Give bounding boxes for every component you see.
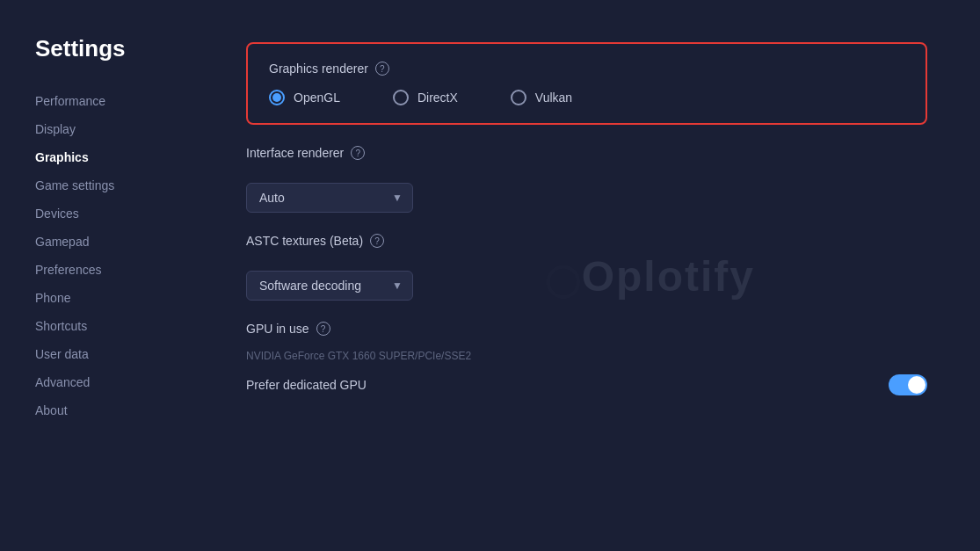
sidebar-item-performance[interactable]: Performance xyxy=(35,87,193,115)
sidebar-item-about[interactable]: About xyxy=(35,396,193,424)
prefer-gpu-row: Prefer dedicated GPU xyxy=(246,374,927,395)
sidebar-item-game-settings[interactable]: Game settings xyxy=(35,171,193,199)
radio-directx-circle xyxy=(393,90,409,105)
sidebar-item-display[interactable]: Display xyxy=(35,115,193,143)
sidebar-item-graphics[interactable]: Graphics xyxy=(35,143,193,171)
astc-textures-section: ASTC textures (Beta) ? Software decoding… xyxy=(246,234,927,301)
settings-title: Settings xyxy=(35,35,193,62)
renderer-radio-group: OpenGL DirectX Vulkan xyxy=(269,90,904,105)
prefer-gpu-toggle[interactable] xyxy=(889,374,927,395)
sidebar-item-shortcuts[interactable]: Shortcuts xyxy=(35,312,193,340)
radio-opengl[interactable]: OpenGL xyxy=(269,90,340,105)
sidebar: Settings Performance Display Graphics Ga… xyxy=(0,0,193,551)
sidebar-item-phone[interactable]: Phone xyxy=(35,284,193,312)
graphics-renderer-section: Graphics renderer ? OpenGL DirectX Vulka… xyxy=(246,42,927,125)
radio-vulkan-circle xyxy=(511,90,526,105)
sidebar-item-devices[interactable]: Devices xyxy=(35,199,193,228)
main-content: ◯Oplotify Graphics renderer ? OpenGL Dir… xyxy=(193,0,980,551)
astc-textures-select-wrapper: Software decoding Hardware decoding Disa… xyxy=(246,271,413,301)
radio-vulkan[interactable]: Vulkan xyxy=(511,90,572,105)
sidebar-item-user-data[interactable]: User data xyxy=(35,340,193,368)
astc-textures-help-icon[interactable]: ? xyxy=(370,234,384,248)
interface-renderer-label: Interface renderer ? xyxy=(246,146,927,160)
renderer-help-icon[interactable]: ? xyxy=(375,62,389,76)
sidebar-item-advanced[interactable]: Advanced xyxy=(35,368,193,396)
sidebar-item-gamepad[interactable]: Gamepad xyxy=(35,228,193,256)
gpu-name: NVIDIA GeForce GTX 1660 SUPER/PCIe/SSE2 xyxy=(246,350,927,362)
interface-renderer-help-icon[interactable]: ? xyxy=(351,146,365,160)
gpu-section: GPU in use ? NVIDIA GeForce GTX 1660 SUP… xyxy=(246,322,927,395)
interface-renderer-select[interactable]: Auto OpenGL DirectX Vulkan xyxy=(246,183,413,213)
radio-directx[interactable]: DirectX xyxy=(393,90,458,105)
renderer-label: Graphics renderer ? xyxy=(269,62,904,76)
gpu-help-icon[interactable]: ? xyxy=(316,322,330,336)
radio-opengl-circle xyxy=(269,90,285,105)
astc-textures-select[interactable]: Software decoding Hardware decoding Disa… xyxy=(246,271,413,301)
interface-renderer-section: Interface renderer ? Auto OpenGL DirectX… xyxy=(246,146,927,213)
gpu-label: GPU in use ? xyxy=(246,322,927,336)
prefer-gpu-label: Prefer dedicated GPU xyxy=(246,378,367,392)
astc-textures-label: ASTC textures (Beta) ? xyxy=(246,234,927,248)
interface-renderer-select-wrapper: Auto OpenGL DirectX Vulkan ▼ xyxy=(246,183,413,213)
sidebar-item-preferences[interactable]: Preferences xyxy=(35,256,193,284)
